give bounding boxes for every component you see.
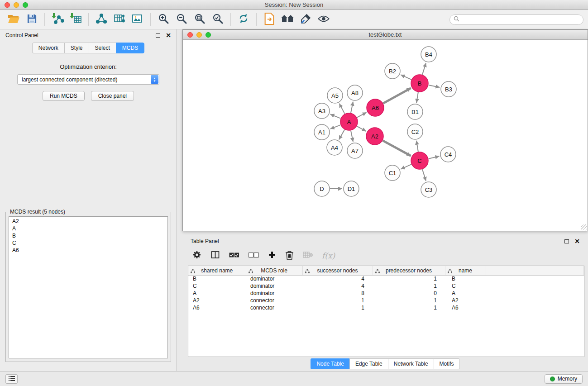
graph-node[interactable]: B2: [385, 63, 400, 79]
table-cell[interactable]: A6: [445, 304, 486, 311]
graph-edge[interactable]: [416, 141, 418, 152]
graph-edge[interactable]: [339, 104, 344, 114]
show-hide-button[interactable]: [315, 11, 333, 28]
column-header-mcds-role[interactable]: MCDS role: [246, 266, 302, 275]
column-header-shared-name[interactable]: shared name: [188, 266, 246, 275]
table-cell[interactable]: C: [445, 282, 486, 290]
zoom-out-button[interactable]: [172, 11, 191, 28]
tab-network[interactable]: Network: [32, 43, 64, 53]
graph-edge[interactable]: [357, 112, 367, 117]
resize-grip[interactable]: [581, 224, 587, 230]
task-history-button[interactable]: [5, 374, 18, 384]
table-cell[interactable]: connector: [246, 297, 302, 304]
graph-node[interactable]: B: [411, 75, 428, 92]
tab-node-table[interactable]: Node Table: [311, 358, 349, 369]
network-canvas[interactable]: B4B2BB3A5A8A6A3B1AA1C2A2A4A7C4CC1C3DD1: [183, 40, 588, 231]
graph-node[interactable]: B1: [407, 104, 423, 119]
close-panel-icon[interactable]: ✕: [166, 33, 171, 38]
graph-edge[interactable]: [357, 126, 366, 131]
network-graph[interactable]: B4B2BB3A5A8A6A3B1AA1C2A2A4A7C4CC1C3DD1: [183, 40, 588, 231]
table-cell[interactable]: A: [188, 290, 246, 297]
float-panel-icon[interactable]: [156, 33, 160, 38]
graph-node[interactable]: A4: [327, 140, 342, 155]
table-cell[interactable]: A6: [188, 304, 246, 311]
new-network-table-button[interactable]: [110, 11, 129, 28]
table-cell[interactable]: A: [445, 290, 486, 297]
import-table-button[interactable]: [67, 11, 85, 28]
minimize-window-button[interactable]: [14, 2, 19, 8]
table-cell[interactable]: 4: [302, 282, 373, 290]
graph-node[interactable]: D1: [344, 181, 359, 196]
graph-node[interactable]: C4: [440, 147, 456, 162]
graph-edge[interactable]: [429, 156, 440, 158]
table-cell[interactable]: 1: [373, 275, 445, 282]
graph-node[interactable]: A5: [327, 88, 343, 103]
close-panel-button[interactable]: Close panel: [91, 91, 134, 101]
table-cell[interactable]: 1: [373, 304, 445, 311]
mcds-result-item[interactable]: A: [12, 225, 164, 232]
graph-edge[interactable]: [422, 63, 426, 75]
table-cell[interactable]: B: [188, 275, 246, 282]
table-cell[interactable]: dominator: [246, 282, 302, 290]
function-builder-button[interactable]: f(x): [322, 251, 335, 260]
table-cell[interactable]: 1: [373, 282, 445, 290]
mcds-result-item[interactable]: B: [12, 232, 164, 239]
zoom-fit-button[interactable]: [191, 11, 209, 28]
save-session-button[interactable]: [23, 11, 41, 28]
column-header-name[interactable]: name: [445, 266, 486, 275]
table-row[interactable]: Cdominator41C: [188, 282, 584, 290]
delete-table-button[interactable]: [303, 252, 313, 260]
style-brush-button[interactable]: [296, 11, 315, 28]
table-row[interactable]: A2connector11A2: [188, 297, 584, 304]
mcds-result-item[interactable]: C: [12, 239, 164, 247]
close-table-panel-icon[interactable]: ✕: [574, 239, 580, 243]
table-cell[interactable]: 1: [302, 297, 373, 304]
table-row[interactable]: A6connector11A6: [188, 304, 584, 311]
network-minimize-button[interactable]: [196, 32, 202, 38]
table-row[interactable]: Bdominator41B: [188, 275, 584, 282]
table-cell[interactable]: 1: [373, 297, 445, 304]
apply-layout-button[interactable]: [234, 11, 253, 28]
graph-edge[interactable]: [330, 125, 341, 129]
graph-edge[interactable]: [416, 92, 418, 103]
mcds-result-item[interactable]: A2: [12, 218, 164, 225]
graph-node[interactable]: B3: [441, 81, 456, 97]
network-from-selection-button[interactable]: [92, 11, 110, 28]
search-box[interactable]: [449, 14, 583, 25]
close-window-button[interactable]: [5, 2, 10, 8]
column-header-predecessor-nodes[interactable]: predecessor nodes: [373, 266, 445, 275]
graph-node[interactable]: C3: [421, 182, 436, 197]
table-cell[interactable]: A2: [188, 297, 246, 304]
mcds-result-list[interactable]: A2ABCA6: [9, 216, 168, 358]
open-folder-button[interactable]: [5, 11, 23, 28]
graph-node[interactable]: A7: [347, 143, 363, 158]
float-table-panel-icon[interactable]: [564, 239, 569, 243]
graph-node[interactable]: A6: [367, 99, 384, 116]
table-cell[interactable]: 4: [302, 275, 373, 282]
table-row[interactable]: Adominator80A: [188, 290, 584, 297]
table-cell[interactable]: B: [445, 275, 486, 282]
graph-edge[interactable]: [422, 169, 426, 181]
table-cell[interactable]: 8: [302, 290, 373, 297]
graph-node[interactable]: C2: [407, 124, 423, 139]
graph-node[interactable]: D: [314, 181, 330, 196]
graph-edge[interactable]: [401, 75, 411, 80]
tab-mcds[interactable]: MCDS: [116, 43, 144, 53]
graph-node[interactable]: A1: [314, 124, 330, 140]
table-settings-button[interactable]: [192, 250, 201, 261]
graph-node[interactable]: A: [340, 113, 358, 130]
deselect-all-rows-button[interactable]: [249, 252, 259, 260]
graph-node[interactable]: C1: [385, 165, 400, 181]
network-window-titlebar[interactable]: testGlobe.txt: [183, 30, 588, 40]
network-close-button[interactable]: [187, 32, 193, 38]
graph-node[interactable]: A2: [366, 128, 383, 145]
graph-edge[interactable]: [330, 114, 341, 118]
optimization-dropdown[interactable]: largest connected component (directed) ▲…: [17, 74, 159, 85]
table-cell[interactable]: dominator: [246, 290, 302, 297]
search-input[interactable]: [462, 16, 579, 23]
home-layout-button[interactable]: [278, 11, 296, 28]
network-zoom-button[interactable]: [206, 32, 211, 38]
graph-node[interactable]: C: [411, 152, 428, 169]
table-cell[interactable]: A2: [445, 297, 486, 304]
graph-node[interactable]: A8: [347, 85, 363, 100]
